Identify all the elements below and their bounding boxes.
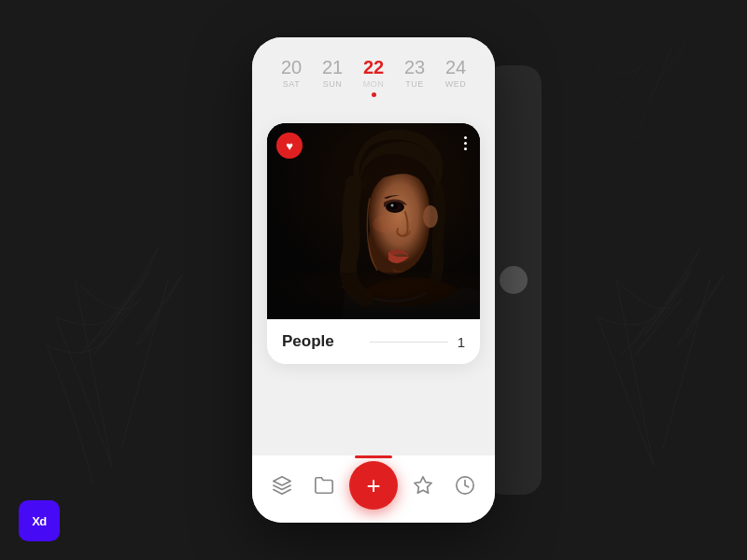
cal-date-21: 21 bbox=[322, 58, 343, 77]
svg-rect-9 bbox=[267, 273, 480, 319]
add-button[interactable]: + bbox=[349, 461, 398, 510]
cal-date-20: 20 bbox=[281, 58, 302, 77]
calendar-day-21[interactable]: 21 SUN bbox=[312, 54, 353, 101]
calendar-strip: 20 SAT 21 SUN 22 MON 23 TUE 24 WED bbox=[252, 37, 495, 114]
dot-1 bbox=[464, 136, 467, 139]
more-options-button[interactable] bbox=[460, 133, 471, 154]
layers-icon bbox=[272, 475, 292, 496]
bottom-nav: + bbox=[252, 455, 495, 523]
cal-date-22: 22 bbox=[363, 58, 384, 77]
calendar-day-23[interactable]: 23 TUE bbox=[394, 54, 435, 101]
card-category-label: People bbox=[282, 332, 360, 351]
svg-point-7 bbox=[391, 204, 394, 207]
cal-label-21: SUN bbox=[323, 79, 343, 89]
dot-2 bbox=[464, 142, 467, 145]
xd-badge: Xd bbox=[19, 500, 60, 541]
card-count: 1 bbox=[458, 334, 465, 350]
nav-indicator bbox=[355, 455, 392, 458]
clock-icon bbox=[455, 475, 475, 496]
peek-phone-button[interactable] bbox=[500, 266, 528, 294]
nav-item-layers[interactable] bbox=[266, 469, 298, 501]
card-footer: People 1 bbox=[267, 319, 480, 364]
svg-point-8 bbox=[373, 215, 401, 233]
photo-card: ♥ People 1 bbox=[267, 123, 480, 364]
cal-date-23: 23 bbox=[404, 58, 425, 77]
svg-marker-10 bbox=[274, 477, 290, 485]
heart-icon: ♥ bbox=[286, 139, 293, 153]
dot-3 bbox=[464, 147, 467, 150]
svg-point-3 bbox=[423, 205, 438, 228]
xd-label: Xd bbox=[32, 514, 47, 528]
calendar-day-22[interactable]: 22 MON bbox=[353, 54, 394, 101]
cal-label-22: MON bbox=[363, 79, 385, 89]
cal-active-dot bbox=[372, 92, 376, 97]
nav-item-star[interactable] bbox=[407, 469, 439, 501]
phone: 20 SAT 21 SUN 22 MON 23 TUE 24 WED bbox=[252, 37, 495, 523]
heart-badge[interactable]: ♥ bbox=[276, 133, 303, 159]
phone-wrapper: 20 SAT 21 SUN 22 MON 23 TUE 24 WED bbox=[252, 37, 495, 523]
cal-label-23: TUE bbox=[405, 79, 424, 89]
card-divider bbox=[370, 342, 448, 343]
nav-item-clock[interactable] bbox=[449, 469, 481, 501]
photo-area: ♥ bbox=[267, 123, 480, 319]
svg-marker-11 bbox=[415, 477, 431, 493]
star-icon bbox=[413, 475, 433, 496]
folder-icon bbox=[314, 475, 334, 496]
cal-label-24: WED bbox=[445, 79, 467, 89]
calendar-day-24[interactable]: 24 WED bbox=[435, 54, 476, 101]
cal-date-24: 24 bbox=[445, 58, 466, 77]
add-icon: + bbox=[366, 473, 380, 497]
calendar-day-20[interactable]: 20 SAT bbox=[271, 54, 312, 101]
nav-item-folder[interactable] bbox=[308, 469, 340, 501]
cal-label-20: SAT bbox=[283, 79, 300, 89]
main-content: ♥ People 1 bbox=[252, 114, 495, 455]
